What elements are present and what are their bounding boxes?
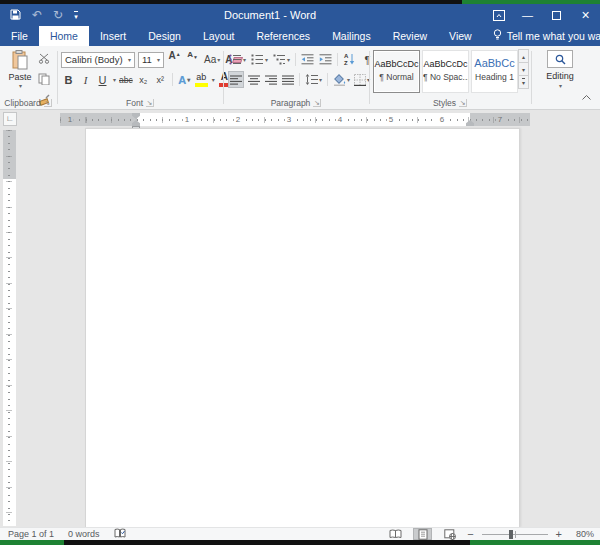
paste-dropdown-icon: ▾ — [19, 82, 22, 89]
tab-review[interactable]: Review — [382, 26, 438, 46]
zoom-slider[interactable] — [482, 529, 548, 540]
font-size-combo[interactable]: 11 ▾ — [138, 52, 164, 68]
print-layout-button[interactable] — [413, 528, 432, 540]
separator — [337, 53, 338, 66]
font-dialog-launcher-icon[interactable]: ↘ — [146, 99, 154, 107]
proofing-icon[interactable] — [114, 528, 126, 541]
multilevel-list-icon — [273, 54, 286, 65]
italic-button[interactable]: I — [78, 71, 93, 88]
tab-insert[interactable]: Insert — [89, 26, 137, 46]
ruler-number: 5 — [387, 115, 395, 124]
word-count[interactable]: 0 words — [68, 529, 100, 539]
ruler-number: 1 — [66, 115, 74, 124]
tabrow-right: Tell me what you want to do Share — [483, 26, 600, 46]
align-left-button[interactable] — [228, 71, 244, 88]
styles-gallery-more-icon[interactable]: ▾ — [518, 75, 529, 89]
font-family-combo[interactable]: Calibri (Body) ▾ — [61, 52, 135, 68]
subscript-button[interactable]: x₂ — [136, 71, 151, 88]
ruler-number: 6 — [438, 115, 446, 124]
save-icon[interactable] — [10, 6, 21, 24]
paste-icon — [11, 50, 29, 70]
style-heading-1[interactable]: AaBbCc Heading 1 — [471, 50, 518, 93]
tab-mailings[interactable]: Mailings — [321, 26, 382, 46]
justify-button[interactable] — [280, 71, 295, 88]
tab-file[interactable]: File — [0, 26, 39, 46]
minimize-button[interactable]: — — [513, 4, 542, 26]
clipboard-dialog-launcher-icon[interactable]: ↘ — [44, 99, 52, 107]
tab-references[interactable]: References — [245, 26, 321, 46]
undo-icon[interactable]: ↶ — [32, 9, 42, 21]
font-size-dropdown-icon: ▾ — [157, 56, 160, 63]
align-right-button[interactable] — [263, 71, 278, 88]
styles-scroll-down-icon[interactable]: ▾ — [518, 62, 529, 76]
underline-button[interactable]: U — [95, 71, 110, 88]
font-family-dropdown-icon: ▾ — [128, 56, 131, 63]
web-layout-button[interactable] — [440, 528, 459, 540]
sort-button[interactable]: AZ — [342, 51, 357, 68]
shading-button[interactable]: ▾ — [332, 71, 351, 88]
bullets-button[interactable]: ▾ — [228, 51, 247, 68]
font-group-label: Font ↘ — [58, 98, 222, 108]
align-center-button[interactable] — [246, 71, 261, 88]
bold-button[interactable]: B — [61, 71, 76, 88]
zoom-slider-center-notch — [515, 531, 516, 538]
maximize-button[interactable] — [542, 4, 571, 26]
paint-bucket-icon — [333, 74, 346, 86]
zoom-slider-thumb[interactable] — [509, 530, 513, 539]
line-spacing-button[interactable]: ▾ — [304, 71, 323, 88]
close-button[interactable]: × — [571, 4, 600, 26]
read-mode-icon — [389, 529, 402, 539]
grow-font-button[interactable]: A▲ — [167, 51, 182, 68]
print-layout-icon — [418, 529, 428, 540]
strikethrough-button[interactable]: abc — [118, 71, 134, 88]
tell-me-box[interactable]: Tell me what you want to do — [483, 26, 600, 46]
separator — [172, 73, 173, 86]
document-page[interactable] — [85, 128, 520, 527]
multilevel-list-button[interactable]: ▾ — [272, 51, 291, 68]
page-indicator[interactable]: Page 1 of 1 — [8, 529, 54, 539]
styles-scroll-up-icon[interactable]: ▴ — [518, 49, 529, 63]
highlight-dropdown-icon[interactable]: ▾ — [212, 76, 215, 83]
collapse-ribbon-icon[interactable] — [582, 86, 591, 104]
editing-button[interactable]: Editing ▾ — [532, 50, 588, 89]
cut-icon[interactable] — [38, 50, 50, 68]
group-clipboard: Paste ▾ Clipboard ↘ — [0, 46, 56, 109]
tab-view[interactable]: View — [438, 26, 483, 46]
tab-layout[interactable]: Layout — [192, 26, 246, 46]
superscript-button[interactable]: x² — [153, 71, 168, 88]
text-effects-button[interactable]: A▾ — [177, 71, 192, 88]
change-case-button[interactable]: Aa▾ — [203, 51, 221, 68]
vruler-half-ticks — [6, 130, 12, 526]
customize-qat-icon[interactable]: ▾ — [74, 11, 78, 20]
find-button[interactable] — [547, 50, 573, 68]
decrease-indent-button[interactable] — [300, 51, 315, 68]
align-left-icon — [230, 75, 242, 85]
ribbon-display-options-icon[interactable] — [484, 4, 513, 26]
shrink-font-button[interactable]: A▼ — [185, 51, 200, 68]
style-normal[interactable]: AaBbCcDc ¶ Normal — [373, 50, 420, 93]
tab-selector[interactable]: ∟ — [3, 112, 17, 126]
increase-indent-icon — [319, 54, 332, 65]
redo-icon[interactable]: ↻ — [53, 9, 63, 21]
underline-dropdown-icon[interactable]: ▾ — [113, 76, 116, 83]
tab-design[interactable]: Design — [137, 26, 192, 46]
quick-access-toolbar: ↶ ↻ ▾ — [10, 4, 78, 26]
zoom-out-button[interactable]: − — [467, 529, 473, 540]
tab-home[interactable]: Home — [39, 26, 89, 46]
highlight-color-button[interactable]: ab — [194, 71, 209, 88]
increase-indent-button[interactable] — [318, 51, 333, 68]
sort-arrow-icon — [349, 54, 355, 65]
zoom-level[interactable]: 80% — [570, 529, 594, 539]
numbering-button[interactable]: ▾ — [250, 51, 269, 68]
style-no-spacing[interactable]: AaBbCcDc ¶ No Spac... — [422, 50, 469, 93]
editing-dropdown-icon: ▾ — [559, 82, 562, 89]
ruler-number: 4 — [336, 115, 344, 124]
zoom-in-button[interactable]: + — [556, 529, 562, 540]
paragraph-dialog-launcher-icon[interactable]: ↘ — [313, 99, 321, 107]
decrease-indent-icon — [301, 54, 314, 65]
status-right: − + 80% — [386, 528, 600, 540]
read-mode-button[interactable] — [386, 528, 405, 540]
ruler-number: 1 — [183, 115, 191, 124]
styles-dialog-launcher-icon[interactable]: ↘ — [459, 99, 467, 107]
copy-icon[interactable] — [38, 71, 50, 89]
